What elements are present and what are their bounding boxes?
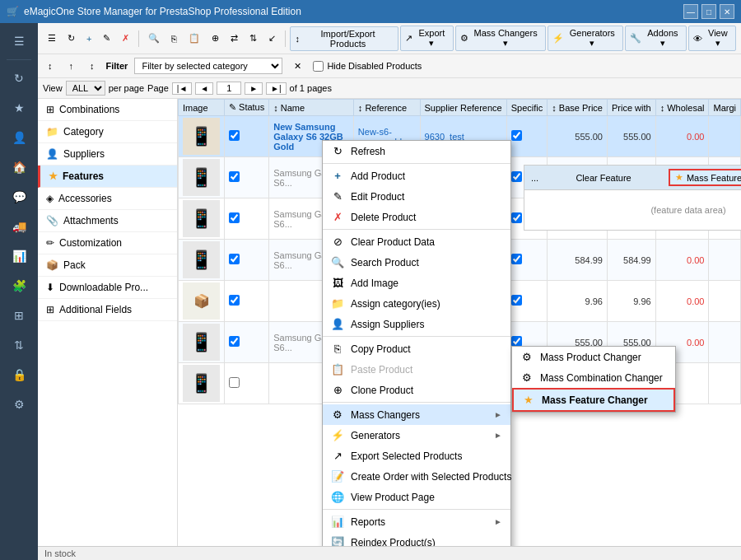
cell-status[interactable] [225,322,269,363]
cell-status[interactable] [225,281,269,322]
cell-status[interactable] [225,240,269,281]
ctx-export-selected[interactable]: ↗ Export Selected Products [323,446,510,466]
col-image[interactable]: Image [179,100,225,116]
arrows-button[interactable]: ⇄ [226,30,243,46]
sidebar-icon-arrows[interactable]: ⇅ [2,330,36,360]
ctx-add-product[interactable]: + Add Product [323,166,510,186]
sidebar-icon-gear[interactable]: ⚙ [2,390,36,419]
per-page-select[interactable]: ALL 10 20 50 [66,81,105,96]
sidebar-icon-lock[interactable]: 🔒 [2,360,36,390]
sidebar-icon-person[interactable]: 👤 [2,123,36,152]
window-controls[interactable]: — □ ✕ [683,4,734,19]
search-button[interactable]: 🔍 [143,30,165,46]
panel-item-accessories[interactable]: ◈ Accessories [38,188,177,210]
panel-item-features[interactable]: ★ Features [38,166,177,188]
filter-clear-btn[interactable]: ✕ [289,58,306,74]
panel-item-pack[interactable]: 📦 Pack [38,254,177,277]
paste-button[interactable]: 📋 [184,30,205,46]
ctx-mass-changers[interactable]: ⚙ Mass Changers ► [323,404,510,425]
ctx-add-image[interactable]: 🖼 Add Image [323,273,510,293]
col-status[interactable]: ✎ Status [225,100,269,116]
close-button[interactable]: ✕ [720,4,734,19]
panel-item-customization[interactable]: ✏ Customization [38,232,177,254]
ctx-assign-suppliers[interactable]: 👤 Assign Suppliers [323,314,510,334]
page-input[interactable] [217,82,241,95]
ctx-delete-product[interactable]: ✗ Delete Product [323,207,510,227]
panel-item-suppliers[interactable]: 👤 Suppliers [38,143,177,166]
ctx-refresh[interactable]: ↻ Refresh [323,141,510,161]
panel-item-additional[interactable]: ⊞ Additional Fields [38,299,177,321]
col-reference[interactable]: ↕ Reference [353,100,420,116]
ctx-view-product-page[interactable]: 🌐 View Product Page [323,487,510,507]
ctx-reports[interactable]: 📊 Reports ► [323,511,510,532]
ctx-edit-product[interactable]: ✎ Edit Product [323,186,510,207]
refresh-button[interactable]: ↻ [63,30,80,46]
generators-button[interactable]: ⚡ Generators ▾ [548,26,623,51]
prev-page-btn[interactable]: ◄ [195,82,213,95]
panel-item-downloadable[interactable]: ⬇ Downloadable Pro... [38,277,177,299]
submenu-mass-product-changer[interactable]: ⚙ Mass Product Changer [512,347,675,367]
submenu-mass-combination-changer[interactable]: ⚙ Mass Combination Changer [512,367,675,388]
ctx-generators[interactable]: ⚡ Generators ► [323,425,510,446]
ctx-clone-product[interactable]: ⊕ Clone Product [323,380,510,400]
sidebar-icon-menu[interactable]: ☰ [2,26,36,56]
import-export-button[interactable]: ↕ Import/Export Products [290,26,398,51]
sidebar-icon-chat[interactable]: 💬 [2,182,36,212]
filter-sort-btn[interactable]: ↕ [43,58,58,73]
sidebar-icon-star[interactable]: ★ [2,93,36,123]
ctx-create-order[interactable]: 📝 Create Order with Selected Products [323,466,510,487]
copy-button[interactable]: ⎘ [166,31,182,46]
view-button[interactable]: 👁 View ▾ [688,26,736,51]
cell-specific[interactable] [506,116,548,157]
col-price-with[interactable]: Price with [607,100,655,116]
panel-item-combinations[interactable]: ⊞ Combinations [38,99,177,121]
maximize-button[interactable]: □ [701,4,716,19]
hide-disabled-label[interactable]: Hide Disabled Products [313,61,422,72]
cell-status[interactable] [225,116,269,157]
edit-button[interactable]: ✎ [98,30,115,46]
arrow-save-button[interactable]: ↙ [263,30,281,46]
export-button[interactable]: ↗ Export ▾ [400,26,453,51]
next-page-btn[interactable]: ► [245,82,263,95]
ctx-reindex[interactable]: 🔄 Reindex Product(s) [323,532,510,546]
ctx-search-product[interactable]: 🔍 Search Product [323,252,510,273]
filter-sort-btn2[interactable]: ↑ [64,58,79,73]
col-supplier-ref[interactable]: Supplier Reference [420,100,506,116]
filter-btn3[interactable]: ↕ [85,58,100,73]
ctx-clear-product-data[interactable]: ⊘ Clear Product Data [323,231,510,252]
cell-status[interactable] [225,157,269,198]
addons-button[interactable]: 🔧 Addons ▾ [625,26,687,51]
panel-item-category[interactable]: 📁 Category [38,121,177,143]
ctx-assign-category[interactable]: 📁 Assign category(ies) [323,293,510,314]
filter-select[interactable]: Filter by selected category [134,58,282,74]
sidebar-icon-home[interactable]: 🏠 [2,152,36,182]
panel-item-attachments[interactable]: 📎 Attachments [38,210,177,232]
menu-button[interactable]: ☰ [43,30,61,46]
minimize-button[interactable]: — [683,4,698,19]
arrows2-button[interactable]: ⇅ [245,30,262,46]
cell-specific[interactable] [506,240,548,281]
last-page-btn[interactable]: ►| [266,82,287,95]
col-specific[interactable]: Specific [506,100,548,116]
delete-button[interactable]: ✗ [117,30,134,46]
hide-disabled-checkbox[interactable] [313,61,324,72]
sidebar-icon-grid[interactable]: ⊞ [2,301,36,330]
sidebar-icon-puzzle[interactable]: 🧩 [2,271,36,301]
cell-specific[interactable] [506,281,548,322]
col-name[interactable]: ↕ Name [269,100,354,116]
col-margin[interactable]: Margi [709,100,741,116]
ctx-paste-product[interactable]: 📋 Paste Product [323,359,510,380]
col-wholesale[interactable]: ↕ Wholesal [655,100,709,116]
cell-status[interactable] [225,363,269,404]
col-base-price[interactable]: ↕ Base Price [548,100,608,116]
sidebar-icon-chart[interactable]: 📊 [2,241,36,271]
mass-changers-button[interactable]: ⚙ Mass Changers ▾ [455,26,546,51]
add-button[interactable]: + [82,31,96,46]
clone-button[interactable]: ⊕ [207,30,224,46]
sidebar-icon-truck[interactable]: 🚚 [2,212,36,241]
first-page-btn[interactable]: |◄ [172,82,193,95]
ctx-copy-product[interactable]: ⎘ Copy Product [323,338,510,359]
submenu-mass-feature-changer[interactable]: ★ Mass Feature Changer [512,388,675,412]
cell-status[interactable] [225,198,269,240]
sidebar-icon-refresh[interactable]: ↻ [2,63,36,93]
